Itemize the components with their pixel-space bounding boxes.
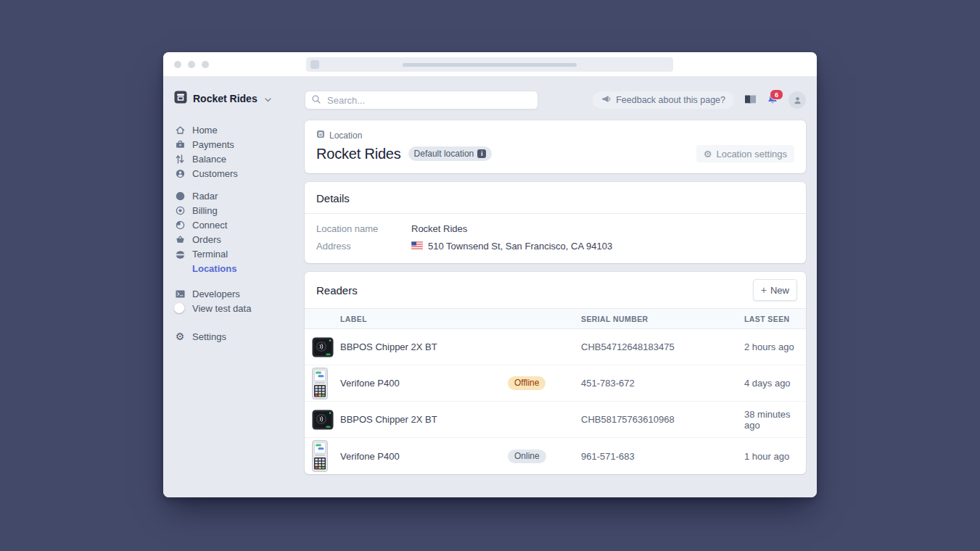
gear-icon: ⚙: [704, 149, 712, 159]
info-icon[interactable]: i: [477, 149, 486, 158]
status-badge: Online: [508, 450, 546, 463]
readers-table-header: LABEL SERIAL NUMBER LAST SEEN: [305, 308, 806, 329]
table-row[interactable]: Verifone P400 Online 961-571-683 1 hour …: [305, 438, 806, 474]
storefront-icon: [174, 91, 187, 106]
reader-label: Verifone P400: [340, 451, 508, 462]
location-name-value: Rocket Rides: [411, 223, 467, 234]
topbar: Feedback about this page? 6: [305, 91, 806, 109]
billing-icon: [174, 205, 186, 216]
sidebar-item-payments[interactable]: Payments: [174, 137, 305, 152]
megaphone-icon: [601, 95, 611, 105]
sidebar-nav: Home Payments Balance Customers: [174, 123, 305, 344]
sidebar: Rocket Rides Home Payments: [163, 76, 305, 497]
terminal-icon: [174, 249, 186, 259]
sidebar-item-balance[interactable]: Balance: [174, 152, 305, 166]
reader-serial: CHB54712648183475: [581, 341, 744, 352]
table-row[interactable]: BBPOS Chipper 2X BT CHB58175763610968 38…: [305, 402, 806, 438]
reader-serial: CHB58175763610968: [581, 414, 744, 425]
feedback-label: Feedback about this page?: [616, 95, 725, 105]
plus-icon: +: [761, 285, 767, 295]
reader-last-seen: 2 hours ago: [744, 341, 806, 352]
details-card: Details Location name Rocket Rides Addre…: [305, 182, 806, 263]
column-last-seen: LAST SEEN: [744, 315, 806, 323]
account-name: Rocket Rides: [193, 93, 258, 104]
radar-icon: [174, 191, 186, 202]
user-avatar-icon[interactable]: [788, 91, 806, 109]
column-label: LABEL: [340, 315, 581, 323]
location-settings-button[interactable]: ⚙ Location settings: [696, 145, 794, 162]
url-placeholder-line: [403, 63, 577, 67]
reader-last-seen: 4 days ago: [744, 378, 806, 389]
reader-serial: 451-783-672: [581, 378, 744, 389]
sidebar-item-locations[interactable]: Locations: [174, 261, 305, 276]
feedback-button[interactable]: Feedback about this page?: [593, 91, 734, 109]
notification-count-badge: 6: [770, 89, 783, 100]
reader-serial: 961-571-683: [581, 451, 744, 462]
address-bar[interactable]: [306, 57, 673, 72]
docs-book-icon[interactable]: [744, 94, 757, 107]
balance-icon: [174, 154, 186, 165]
table-row[interactable]: BBPOS Chipper 2X BT CHB54712648183475 2 …: [305, 329, 806, 365]
address-label: Address: [316, 241, 411, 252]
breadcrumb[interactable]: Location: [316, 130, 794, 141]
home-icon: [174, 125, 186, 136]
search-input[interactable]: [305, 91, 538, 109]
window-dot[interactable]: [174, 61, 181, 68]
test-data-toggle[interactable]: [174, 304, 186, 312]
search-icon: [312, 95, 321, 106]
page-title: Rocket Rides: [316, 146, 401, 162]
window-controls[interactable]: [174, 61, 209, 68]
reader-label: BBPOS Chipper 2X BT: [340, 341, 508, 352]
new-reader-button[interactable]: + New: [753, 279, 797, 301]
sidebar-item-settings[interactable]: ⚙ Settings: [174, 329, 305, 344]
sidebar-item-developers[interactable]: Developers: [174, 286, 305, 301]
verifone-reader-icon: [312, 440, 340, 472]
readers-card: Readers + New LABEL SERIAL NUMBER LAST S…: [305, 272, 806, 474]
search-field[interactable]: [326, 94, 531, 107]
sidebar-item-view-test-data[interactable]: View test data: [174, 301, 305, 315]
bbpos-reader-icon: [312, 337, 340, 357]
details-heading: Details: [305, 182, 806, 214]
favicon-placeholder: [310, 60, 319, 69]
default-location-badge: Default location i: [408, 146, 493, 161]
detail-row-location-name: Location name Rocket Rides: [316, 223, 794, 234]
column-serial-number: SERIAL NUMBER: [581, 315, 744, 323]
sidebar-item-radar[interactable]: Radar: [174, 188, 305, 203]
location-name-label: Location name: [316, 223, 411, 234]
status-badge: Offline: [508, 376, 545, 390]
sidebar-item-home[interactable]: Home: [174, 123, 305, 137]
reader-last-seen: 38 minutes ago: [744, 409, 806, 431]
dashboard-app: Rocket Rides Home Payments: [163, 76, 817, 497]
readers-heading: Readers: [305, 281, 369, 299]
us-flag-icon: [411, 241, 423, 252]
location-breadcrumb-icon: [316, 130, 325, 141]
account-switcher[interactable]: Rocket Rides: [174, 91, 305, 106]
payments-icon: [174, 139, 186, 150]
settings-gear-icon: ⚙: [174, 331, 186, 341]
reader-label: Verifone P400: [340, 378, 508, 389]
sidebar-item-connect[interactable]: Connect: [174, 218, 305, 232]
orders-icon: [174, 234, 186, 245]
sidebar-item-terminal[interactable]: Terminal: [174, 246, 305, 261]
developers-icon: [174, 289, 186, 299]
reader-last-seen: 1 hour ago: [744, 451, 806, 462]
window-dot[interactable]: [202, 61, 209, 68]
sidebar-item-orders[interactable]: Orders: [174, 232, 305, 246]
main-content: Feedback about this page? 6: [305, 76, 806, 497]
sidebar-item-billing[interactable]: Billing: [174, 203, 305, 218]
address-value: 510 Townsend St, San Francisco, CA 94103: [428, 241, 612, 252]
chevron-down-icon: [265, 93, 271, 104]
notifications-bell-icon[interactable]: 6: [767, 93, 778, 107]
connect-icon: [174, 220, 186, 231]
detail-row-address: Address 510 Townsend St, San Francisco, …: [316, 241, 794, 252]
location-header-card: Location Rocket Rides Default location i…: [305, 120, 806, 173]
table-row[interactable]: Verifone P400 Offline 451-783-672 4 days…: [305, 365, 806, 402]
customers-icon: [174, 168, 186, 179]
window-dot[interactable]: [188, 61, 195, 68]
sidebar-item-customers[interactable]: Customers: [174, 166, 305, 181]
reader-label: BBPOS Chipper 2X BT: [340, 414, 508, 425]
bbpos-reader-icon: [312, 410, 340, 430]
browser-chrome: [163, 52, 817, 76]
verifone-reader-icon: [312, 368, 340, 399]
browser-window: Rocket Rides Home Payments: [163, 52, 817, 497]
